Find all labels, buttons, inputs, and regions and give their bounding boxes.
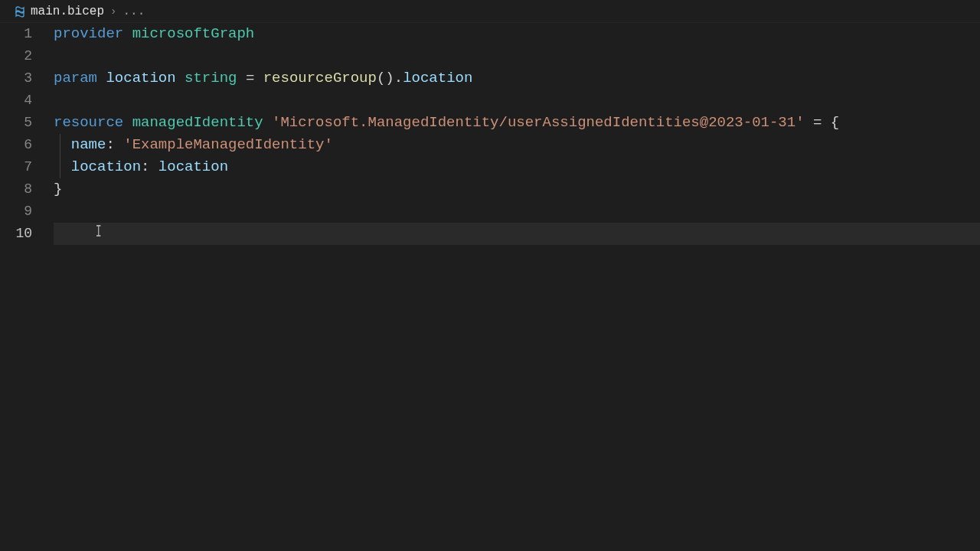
property-token: name [71, 136, 106, 153]
brace-token: } [54, 181, 62, 197]
breadcrumb-more[interactable]: ... [122, 5, 145, 18]
colon-token: : [106, 136, 114, 153]
indent-guide [60, 156, 60, 178]
variable-token: location [158, 158, 228, 175]
keyword-token: resource [54, 114, 123, 131]
code-line[interactable]: param location string = resourceGroup().… [54, 67, 980, 90]
line-number: 7 [0, 156, 32, 178]
line-number: 5 [0, 112, 32, 134]
colon-token: : [141, 158, 149, 175]
line-number: 1 [0, 23, 32, 45]
identifier-token: microsoftGraph [132, 25, 255, 42]
function-token: resourceGroup [263, 70, 377, 86]
line-number: 8 [0, 178, 32, 201]
string-token: 'Microsoft.ManagedIdentity/userAssignedI… [272, 114, 805, 131]
brace-token: { [831, 114, 839, 131]
code-line[interactable] [54, 201, 980, 223]
line-number: 10 [0, 223, 32, 245]
code-editor[interactable]: 1 2 3 4 5 6 7 8 9 10 provider microsoftG… [0, 23, 980, 551]
identifier-token: managedIdentity [132, 114, 263, 131]
keyword-token: param [54, 70, 97, 86]
bicep-file-icon [14, 5, 26, 18]
code-line[interactable]: } [54, 178, 980, 201]
dot-token: . [394, 70, 403, 86]
variable-token: location [106, 70, 175, 86]
paren-token: () [377, 70, 394, 86]
code-content[interactable]: provider microsoftGraph param location s… [54, 23, 980, 551]
line-number: 9 [0, 201, 32, 223]
property-token: location [71, 158, 141, 175]
indent-guide [60, 134, 60, 156]
line-number: 6 [0, 134, 32, 156]
operator-token: = [246, 70, 254, 86]
code-line[interactable]: location: location [54, 156, 980, 178]
operator-token: = [813, 114, 822, 131]
line-number: 3 [0, 67, 32, 90]
line-number: 2 [0, 45, 32, 67]
code-line[interactable] [54, 45, 980, 67]
type-token: string [185, 70, 237, 86]
line-number-gutter: 1 2 3 4 5 6 7 8 9 10 [0, 23, 54, 551]
code-line[interactable]: name: 'ExampleManagedIdentity' [54, 134, 980, 156]
string-token: 'ExampleManagedIdentity' [123, 136, 333, 153]
code-line[interactable] [54, 90, 980, 112]
text-cursor-icon: I [96, 221, 102, 243]
breadcrumb-separator-icon: › [110, 5, 116, 18]
code-line-active[interactable]: I [54, 223, 980, 245]
line-number: 4 [0, 90, 32, 112]
code-line[interactable]: provider microsoftGraph [54, 23, 980, 45]
tab-filename[interactable]: main.bicep [31, 5, 104, 18]
tab-bar: main.bicep › ... [0, 0, 980, 23]
code-line[interactable]: resource managedIdentity 'Microsoft.Mana… [54, 112, 980, 134]
property-token: location [403, 70, 472, 86]
keyword-token: provider [54, 25, 123, 42]
